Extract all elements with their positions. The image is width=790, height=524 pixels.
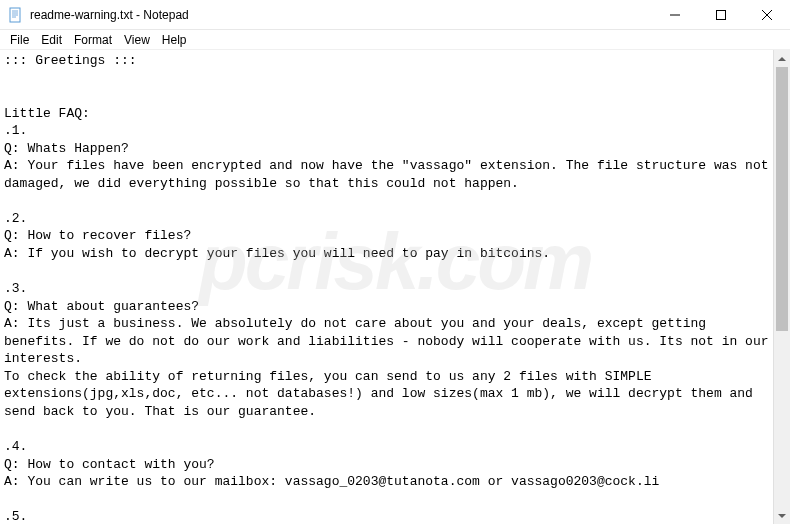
text-editor-area[interactable]: ::: Greetings ::: Little FAQ: .1. Q: Wha…	[0, 50, 773, 524]
svg-rect-6	[717, 11, 726, 20]
scroll-thumb[interactable]	[776, 67, 788, 331]
minimize-button[interactable]	[652, 0, 698, 30]
svg-marker-9	[778, 57, 786, 61]
menu-edit[interactable]: Edit	[35, 31, 68, 49]
scroll-up-arrow[interactable]	[774, 50, 790, 67]
menu-format[interactable]: Format	[68, 31, 118, 49]
scroll-track[interactable]	[774, 67, 790, 507]
window-title: readme-warning.txt - Notepad	[30, 8, 652, 22]
window-titlebar: readme-warning.txt - Notepad	[0, 0, 790, 30]
notepad-icon	[8, 7, 24, 23]
maximize-button[interactable]	[698, 0, 744, 30]
menubar: File Edit Format View Help	[0, 30, 790, 50]
svg-marker-10	[778, 514, 786, 518]
close-button[interactable]	[744, 0, 790, 30]
scroll-down-arrow[interactable]	[774, 507, 790, 524]
vertical-scrollbar[interactable]	[773, 50, 790, 524]
menu-file[interactable]: File	[4, 31, 35, 49]
menu-view[interactable]: View	[118, 31, 156, 49]
menu-help[interactable]: Help	[156, 31, 193, 49]
window-controls	[652, 0, 790, 29]
content-wrapper: ::: Greetings ::: Little FAQ: .1. Q: Wha…	[0, 50, 790, 524]
